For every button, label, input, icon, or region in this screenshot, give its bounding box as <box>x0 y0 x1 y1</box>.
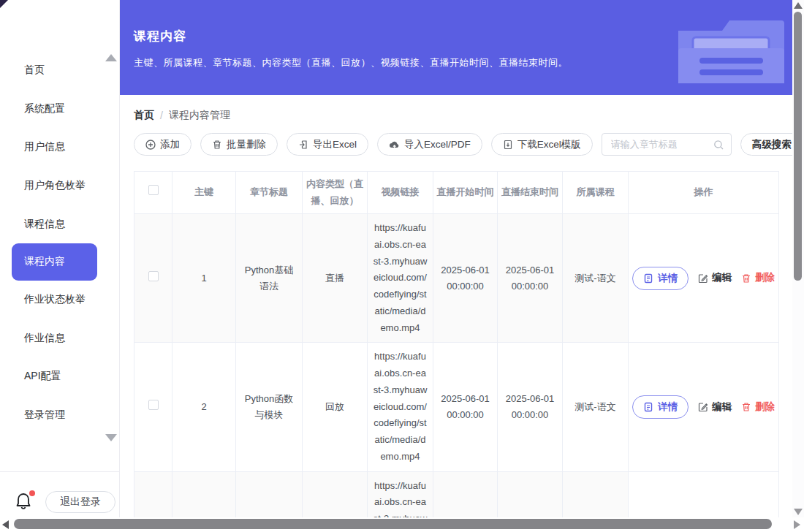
page-title: 课程内容 <box>134 28 186 45</box>
import-excel-pdf-button[interactable]: 导入Excel/PDF <box>377 133 482 156</box>
scroll-up-arrow-icon[interactable] <box>794 2 803 9</box>
notification-badge-dot <box>29 490 35 496</box>
sidebar-item-0[interactable]: 首页 <box>0 51 120 90</box>
cell-video-link: https://kuafuai.obs.cn-east-3.myhuaweicl… <box>368 214 433 343</box>
sidebar-item-9[interactable]: 登录管理 <box>0 396 120 435</box>
sidebar-item-6[interactable]: 作业状态枚举 <box>0 281 120 319</box>
app-window: 首页系统配置用户信息用户角色枚举课程信息课程内容作业状态枚举作业信息API配置登… <box>0 0 804 532</box>
col-header-actions: 操作 <box>629 172 779 214</box>
header-checkbox-cell <box>134 172 172 214</box>
main-content: 课程内容 主键、所属课程、章节标题、内容类型（直播、回放）、视频链接、直播开始时… <box>120 0 792 532</box>
table-row: 2 Python函数与模块 回放 https://kuafuai.obs.cn-… <box>134 343 779 471</box>
document-icon <box>643 402 653 412</box>
cell-start-time: 2025-06-01 00:00:00 <box>433 343 498 471</box>
delete-button[interactable]: 删除 <box>741 270 775 286</box>
vertical-scrollbar-thumb[interactable] <box>794 12 802 281</box>
search-icon[interactable] <box>713 140 724 151</box>
export-excel-button[interactable]: 导出Excel <box>287 133 368 156</box>
col-header-end-time: 直播结束时间 <box>498 172 563 214</box>
corner-logo-mark <box>0 0 8 8</box>
scroll-left-arrow-icon[interactable] <box>2 520 9 529</box>
breadcrumb-current: 课程内容管理 <box>169 109 230 122</box>
delete-button-label: 删除 <box>755 270 775 286</box>
course-content-table: 主键 章节标题 内容类型（直播、回放） 视频链接 直播开始时间 直播结束时间 所… <box>134 171 778 532</box>
table-row: 1 Python基础语法 直播 https://kuafuai.obs.cn-e… <box>134 214 779 343</box>
col-header-course: 所属课程 <box>563 172 629 214</box>
document-icon <box>643 273 653 284</box>
col-header-id: 主键 <box>172 172 236 214</box>
cell-end-time: 2025-06-01 00:00:00 <box>498 343 563 471</box>
add-button[interactable]: 添加 <box>134 133 191 156</box>
trash-icon <box>212 140 222 150</box>
table-header-row: 主键 章节标题 内容类型（直播、回放） 视频链接 直播开始时间 直播结束时间 所… <box>134 172 779 214</box>
edit-button[interactable]: 编辑 <box>698 399 732 415</box>
sidebar-item-1[interactable]: 系统配置 <box>0 90 120 129</box>
detail-button[interactable]: 详情 <box>632 267 689 290</box>
cell-start-time: 2025-06-01 00:00:00 <box>433 214 498 343</box>
notification-bell-button[interactable] <box>15 492 34 512</box>
edit-button-label: 编辑 <box>712 399 732 415</box>
page-subtitle: 主键、所属课程、章节标题、内容类型（直播、回放）、视频链接、直播开始时间、直播结… <box>134 56 568 69</box>
sidebar-item-3[interactable]: 用户角色枚举 <box>0 167 120 205</box>
logout-button[interactable]: 退出登录 <box>45 491 115 513</box>
edit-button-label: 编辑 <box>712 270 732 286</box>
select-all-checkbox[interactable] <box>148 185 159 195</box>
cell-content-type: 回放 <box>303 343 368 471</box>
batch-delete-button[interactable]: 批量删除 <box>200 133 278 156</box>
batch-delete-label: 批量删除 <box>227 138 266 151</box>
col-header-content-type: 内容类型（直播、回放） <box>303 172 368 214</box>
horizontal-scrollbar-thumb[interactable] <box>14 519 772 529</box>
delete-button-label: 删除 <box>755 399 775 415</box>
sidebar-scroll-down-icon[interactable] <box>105 434 117 441</box>
download-template-button[interactable]: 下载Excel模版 <box>491 133 593 156</box>
cell-video-link: https://kuafuai.obs.cn-east-3.myhuaweicl… <box>368 343 433 471</box>
detail-button-label: 详情 <box>658 272 678 285</box>
cell-end-time: 2025-06-01 00:00:00 <box>498 214 563 343</box>
trash-red-icon <box>741 273 751 284</box>
pencil-square-icon <box>698 402 708 412</box>
advanced-search-label: 高级搜索 <box>752 138 792 151</box>
row-checkbox[interactable] <box>148 400 159 410</box>
scroll-down-arrow-icon[interactable] <box>794 509 803 515</box>
file-download-icon <box>503 140 513 150</box>
toolbar: 添加 批量删除 导出Excel 导入Excel/PDF <box>134 133 792 156</box>
cell-course: 测试-语文 <box>563 214 629 343</box>
row-checkbox[interactable] <box>148 271 159 281</box>
cell-course: 测试-语文 <box>563 343 629 471</box>
sidebar-item-4[interactable]: 课程信息 <box>0 205 120 243</box>
sidebar-item-8[interactable]: API配置 <box>0 357 120 396</box>
row-checkbox-cell <box>134 214 172 343</box>
advanced-search-button[interactable]: 高级搜索 <box>740 133 792 156</box>
page-header-banner: 课程内容 主键、所属课程、章节标题、内容类型（直播、回放）、视频链接、直播开始时… <box>120 0 792 95</box>
sidebar-item-2[interactable]: 用户信息 <box>0 128 120 167</box>
sidebar-item-5[interactable]: 课程内容 <box>12 243 97 281</box>
edit-button[interactable]: 编辑 <box>698 270 732 286</box>
sidebar-item-7[interactable]: 作业信息 <box>0 319 120 358</box>
cell-content-type: 直播 <box>303 214 368 343</box>
sidebar-nav: 首页系统配置用户信息用户角色枚举课程信息课程内容作业状态枚举作业信息API配置登… <box>0 51 120 434</box>
cell-actions: 详情 编辑 删除 <box>629 343 779 471</box>
breadcrumb-home-link[interactable]: 首页 <box>134 109 154 122</box>
folder-illustration-icon <box>678 18 784 83</box>
delete-button[interactable]: 删除 <box>741 399 775 415</box>
search-input[interactable] <box>602 134 731 155</box>
sidebar: 首页系统配置用户信息用户角色枚举课程信息课程内容作业状态枚举作业信息API配置登… <box>0 0 120 532</box>
cell-id: 1 <box>172 214 236 343</box>
pencil-square-icon <box>698 273 708 284</box>
scroll-right-arrow-icon[interactable] <box>794 520 800 529</box>
plus-circle-icon <box>145 140 156 150</box>
vertical-scrollbar[interactable] <box>792 0 804 517</box>
import-excel-label: 导入Excel/PDF <box>404 138 471 151</box>
table-body: 1 Python基础语法 直播 https://kuafuai.obs.cn-e… <box>134 214 779 532</box>
detail-button-label: 详情 <box>658 400 678 414</box>
trash-red-icon <box>741 402 751 412</box>
col-header-video-link: 视频链接 <box>368 172 433 214</box>
detail-button[interactable]: 详情 <box>632 395 689 419</box>
cell-actions: 详情 编辑 删除 <box>629 214 779 343</box>
add-button-label: 添加 <box>160 138 180 151</box>
export-excel-label: 导出Excel <box>313 138 357 151</box>
download-template-label: 下载Excel模版 <box>517 138 581 151</box>
col-header-chapter-title: 章节标题 <box>236 172 303 214</box>
cloud-upload-icon <box>389 140 400 150</box>
horizontal-scrollbar[interactable] <box>0 517 804 532</box>
